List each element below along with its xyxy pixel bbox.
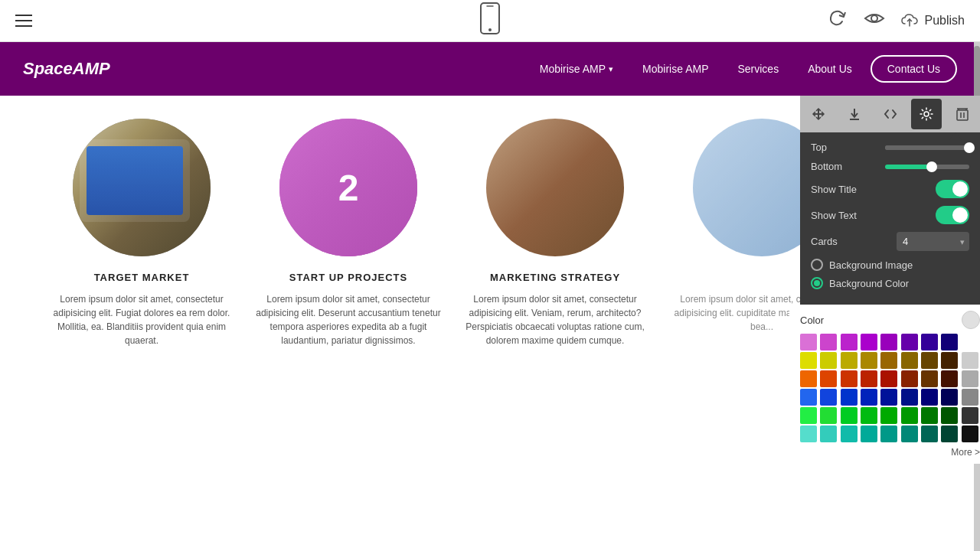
card-title-marketing: MARKETING STRATEGY	[459, 272, 651, 283]
publish-button[interactable]: Publish	[900, 13, 965, 28]
color-swatch-5[interactable]	[901, 334, 918, 350]
color-more-row: More >	[800, 442, 980, 458]
color-swatch-43[interactable]	[941, 407, 958, 424]
color-swatch-45[interactable]	[800, 425, 817, 442]
color-swatch-40[interactable]	[880, 407, 897, 424]
color-swatch-1[interactable]	[820, 334, 837, 350]
color-swatch-19[interactable]	[820, 370, 837, 387]
color-swatch-13[interactable]	[880, 352, 897, 369]
color-swatch-8[interactable]	[962, 334, 978, 350]
color-swatch-18[interactable]	[800, 370, 817, 387]
panel-delete-btn[interactable]	[947, 99, 978, 129]
color-swatch-27[interactable]	[800, 389, 817, 406]
panel-row-bottom: Bottom	[811, 161, 969, 172]
panel-row-top: Top	[811, 142, 969, 153]
color-swatch-41[interactable]	[901, 407, 918, 424]
color-swatch-28[interactable]	[820, 389, 837, 406]
color-swatch-52[interactable]	[941, 425, 958, 442]
color-swatch-0[interactable]	[800, 334, 817, 350]
color-swatch-2[interactable]	[841, 334, 858, 350]
color-swatch-48[interactable]	[861, 425, 877, 442]
color-swatch-49[interactable]	[880, 425, 897, 442]
color-swatch-22[interactable]	[880, 370, 897, 387]
bottom-slider-thumb[interactable]	[926, 161, 937, 172]
undo-icon[interactable]	[827, 8, 848, 34]
color-swatch-26[interactable]	[962, 370, 978, 387]
radio-bg-color-label: Background Color	[829, 278, 909, 289]
color-swatch-32[interactable]	[901, 389, 918, 406]
color-swatch-34[interactable]	[941, 389, 958, 406]
top-slider-thumb[interactable]	[964, 142, 975, 153]
svg-rect-10	[957, 110, 968, 120]
color-swatch-47[interactable]	[841, 425, 858, 442]
radio-background-image[interactable]: Background Image	[811, 259, 969, 271]
phone-device-icon[interactable]	[479, 2, 501, 40]
show-title-toggle[interactable]	[936, 180, 969, 198]
radio-bg-image-circle[interactable]	[811, 259, 823, 271]
color-swatch-36[interactable]	[800, 407, 817, 424]
color-swatch-7[interactable]	[941, 334, 958, 350]
color-swatch-33[interactable]	[921, 389, 938, 406]
color-swatch-15[interactable]	[921, 352, 938, 369]
color-label-text: Color	[800, 315, 824, 326]
nav-logo: SpaceAMP	[23, 59, 110, 79]
nav-link-about[interactable]: About Us	[797, 57, 863, 81]
color-swatch-3[interactable]	[861, 334, 877, 350]
color-preview-circle[interactable]	[962, 311, 980, 329]
color-swatch-44[interactable]	[962, 407, 978, 424]
color-swatch-42[interactable]	[921, 407, 938, 424]
color-swatch-30[interactable]	[861, 389, 877, 406]
card-title-startup: START UP PROJECTS	[253, 272, 444, 283]
color-swatch-9[interactable]	[800, 352, 817, 369]
show-text-toggle[interactable]	[936, 206, 969, 224]
color-swatch-4[interactable]	[880, 334, 897, 350]
color-swatch-16[interactable]	[941, 352, 958, 369]
color-swatch-20[interactable]	[841, 370, 858, 387]
color-swatch-38[interactable]	[841, 407, 858, 424]
panel-code-btn[interactable]	[875, 99, 906, 129]
card-image-marketing	[486, 119, 624, 256]
panel-settings-btn[interactable]	[911, 99, 942, 129]
panel-download-btn[interactable]	[839, 99, 870, 129]
card-text-marketing: Lorem ipsum dolor sit amet, consectetur …	[459, 292, 651, 347]
cards-select[interactable]: 4 3 2 1	[897, 232, 969, 251]
color-swatch-23[interactable]	[901, 370, 918, 387]
cloud-upload-icon	[900, 13, 919, 28]
color-swatch-39[interactable]	[861, 407, 877, 424]
card-startup-projects: 2 START UP PROJECTS Lorem ipsum dolor si…	[253, 119, 444, 347]
color-swatch-6[interactable]	[921, 334, 938, 350]
color-swatch-25[interactable]	[941, 370, 958, 387]
color-swatch-24[interactable]	[921, 370, 938, 387]
color-swatch-31[interactable]	[880, 389, 897, 406]
color-swatch-51[interactable]	[921, 425, 938, 442]
color-swatch-21[interactable]	[861, 370, 877, 387]
nav-link-mobirise-amp-1[interactable]: Mobirise AMP	[529, 57, 624, 81]
radio-bg-color-circle[interactable]	[811, 277, 823, 289]
color-swatch-14[interactable]	[901, 352, 918, 369]
color-swatch-29[interactable]	[841, 389, 858, 406]
radio-background-color[interactable]: Background Color	[811, 277, 969, 289]
color-swatch-53[interactable]	[962, 425, 978, 442]
top-slider[interactable]	[885, 145, 969, 150]
hamburger-icon[interactable]	[15, 15, 32, 27]
color-swatch-17[interactable]	[962, 352, 978, 369]
color-swatch-12[interactable]	[861, 352, 877, 369]
svg-point-9	[924, 112, 929, 116]
settings-panel: Top Bottom Show Title Show Text	[800, 96, 980, 464]
preview-icon[interactable]	[864, 11, 885, 31]
card-number: 2	[338, 167, 359, 209]
panel-move-btn[interactable]	[803, 99, 834, 129]
nav-link-contact[interactable]: Contact Us	[871, 55, 957, 83]
color-swatch-50[interactable]	[901, 425, 918, 442]
color-more-link[interactable]: More >	[951, 447, 980, 458]
color-swatch-10[interactable]	[820, 352, 837, 369]
cards-select-wrapper: 4 3 2 1	[897, 232, 969, 251]
nav-link-services[interactable]: Services	[727, 57, 789, 81]
svg-point-3	[871, 15, 877, 21]
color-swatch-11[interactable]	[841, 352, 858, 369]
color-swatch-37[interactable]	[820, 407, 837, 424]
bottom-slider[interactable]	[885, 165, 969, 169]
color-swatch-46[interactable]	[820, 425, 837, 442]
nav-link-mobirise-amp-2[interactable]: Mobirise AMP	[632, 57, 719, 81]
color-swatch-35[interactable]	[962, 389, 978, 406]
